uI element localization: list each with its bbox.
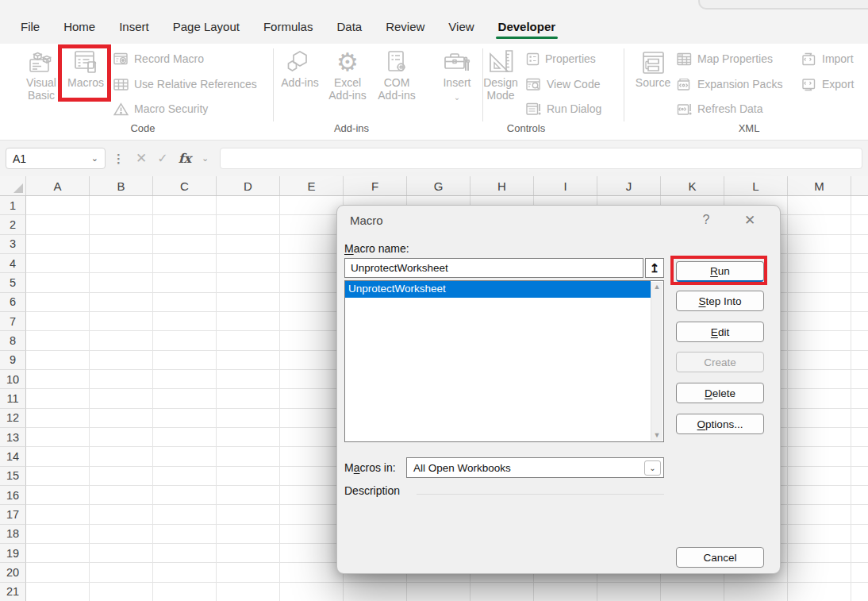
row-header-1[interactable]: 1 <box>0 196 26 215</box>
cell-E4[interactable] <box>280 254 344 273</box>
cell-A13[interactable] <box>26 428 90 447</box>
cell-M16[interactable] <box>788 486 851 505</box>
excel-add-ins-button[interactable]: ⚙ Excel Add-ins <box>325 48 370 102</box>
cell-E12[interactable] <box>280 409 344 428</box>
cell-C14[interactable] <box>153 447 217 466</box>
row-header-12[interactable]: 12 <box>0 409 26 428</box>
cell-B19[interactable] <box>90 544 153 563</box>
cell-C20[interactable] <box>153 563 217 582</box>
scroll-up-icon[interactable]: ▲ <box>654 283 661 291</box>
options-button[interactable]: Options... <box>676 414 764 434</box>
cell-A2[interactable] <box>26 215 90 234</box>
cell-C4[interactable] <box>153 254 217 273</box>
cell-B10[interactable] <box>90 370 153 389</box>
cell-D7[interactable] <box>217 312 280 331</box>
macro-name-expand-button[interactable]: ↥ <box>645 258 664 278</box>
cell-D12[interactable] <box>217 409 280 428</box>
cell-partial-9[interactable] <box>851 351 868 370</box>
cell-C13[interactable] <box>153 428 217 447</box>
cell-F21[interactable] <box>344 583 407 601</box>
cell-E19[interactable] <box>280 544 344 563</box>
cell-partial-2[interactable] <box>851 215 868 234</box>
column-header-I[interactable]: I <box>534 176 597 195</box>
visual-basic-button[interactable]: Visual Basic <box>21 48 61 102</box>
cell-B8[interactable] <box>90 331 153 350</box>
scroll-down-icon[interactable]: ▼ <box>654 432 661 439</box>
step-into-button[interactable]: Step Into <box>676 291 764 311</box>
cell-E18[interactable] <box>280 525 344 544</box>
row-header-16[interactable]: 16 <box>0 486 26 505</box>
row-header-6[interactable]: 6 <box>0 293 26 312</box>
row-header-19[interactable]: 19 <box>0 544 26 563</box>
cell-partial-10[interactable] <box>851 370 868 389</box>
cell-A3[interactable] <box>26 235 90 254</box>
row-header-13[interactable]: 13 <box>0 428 26 447</box>
help-icon[interactable]: ? <box>698 213 714 227</box>
import-button[interactable]: Import <box>801 50 854 67</box>
row-header-2[interactable]: 2 <box>0 215 26 234</box>
row-header-8[interactable]: 8 <box>0 331 26 350</box>
cell-B7[interactable] <box>90 312 153 331</box>
cell-M18[interactable] <box>788 525 851 544</box>
cell-E16[interactable] <box>280 486 344 505</box>
export-button[interactable]: Export <box>801 75 854 93</box>
cell-partial-21[interactable] <box>851 583 868 601</box>
row-header-14[interactable]: 14 <box>0 447 26 466</box>
cell-B17[interactable] <box>90 505 153 524</box>
cell-B4[interactable] <box>90 254 153 273</box>
cell-M7[interactable] <box>788 312 851 331</box>
cell-A7[interactable] <box>26 312 90 331</box>
column-header-C[interactable]: C <box>153 176 217 195</box>
cell-G21[interactable] <box>407 583 470 601</box>
dropdown-chevron-icon[interactable]: ⌄ <box>644 460 661 476</box>
map-properties-button[interactable]: Map Properties <box>677 50 773 67</box>
cell-D11[interactable] <box>217 389 280 408</box>
confirm-entry-icon[interactable]: ✓ <box>157 151 167 166</box>
cell-partial-7[interactable] <box>851 312 868 331</box>
tab-developer[interactable]: Developer <box>486 12 568 44</box>
cancel-entry-icon[interactable]: ✕ <box>136 150 147 167</box>
cell-M15[interactable] <box>788 467 851 486</box>
cell-B18[interactable] <box>90 525 153 544</box>
cell-B16[interactable] <box>90 486 153 505</box>
cell-partial-4[interactable] <box>851 254 868 273</box>
cell-partial-8[interactable] <box>851 331 868 350</box>
cell-A17[interactable] <box>26 505 90 524</box>
formula-input[interactable] <box>220 148 862 169</box>
cell-A6[interactable] <box>26 293 90 312</box>
cell-E15[interactable] <box>280 467 344 486</box>
cell-B3[interactable] <box>90 235 153 254</box>
cell-B21[interactable] <box>90 583 153 601</box>
cell-C5[interactable] <box>153 273 217 292</box>
cell-D8[interactable] <box>217 331 280 350</box>
cell-M9[interactable] <box>788 351 851 370</box>
cell-E1[interactable] <box>280 196 344 215</box>
cell-partial-1[interactable] <box>851 196 868 215</box>
cell-D3[interactable] <box>217 235 280 254</box>
cell-D14[interactable] <box>217 447 280 466</box>
column-header-M[interactable]: M <box>788 176 851 195</box>
name-box[interactable]: A1 ⌄ <box>6 148 106 169</box>
cell-E9[interactable] <box>280 351 344 370</box>
add-ins-button[interactable]: Add-ins <box>279 48 321 90</box>
cell-D6[interactable] <box>217 293 280 312</box>
cell-A20[interactable] <box>26 563 90 582</box>
cell-B6[interactable] <box>90 293 153 312</box>
column-header-H[interactable]: H <box>470 176 534 195</box>
macro-name-input[interactable]: UnprotectWorksheet <box>344 258 643 278</box>
cell-M3[interactable] <box>788 235 851 254</box>
cell-partial-3[interactable] <box>851 235 868 254</box>
cell-D20[interactable] <box>217 563 280 582</box>
cell-B5[interactable] <box>90 273 153 292</box>
macro-list-item-selected[interactable]: UnprotectWorksheet <box>345 281 651 298</box>
cell-E10[interactable] <box>280 370 344 389</box>
cell-A11[interactable] <box>26 389 90 408</box>
cell-C8[interactable] <box>153 331 217 350</box>
macro-list[interactable]: UnprotectWorksheet ▲ ▼ <box>344 280 664 442</box>
cell-partial-12[interactable] <box>851 409 868 428</box>
record-macro-button[interactable]: Record Macro <box>113 50 204 67</box>
cell-C11[interactable] <box>153 389 217 408</box>
macro-list-scrollbar[interactable]: ▲ ▼ <box>651 282 663 441</box>
create-button[interactable]: Create <box>676 352 764 372</box>
cell-B12[interactable] <box>90 409 153 428</box>
